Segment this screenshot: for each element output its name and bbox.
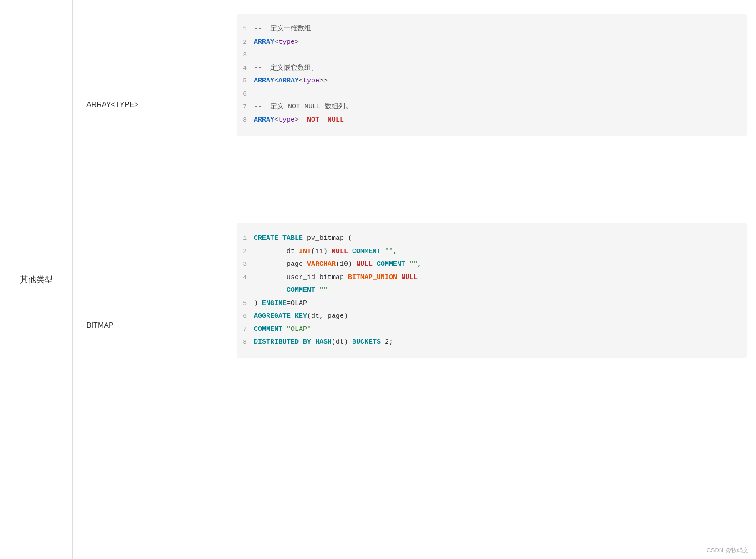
kw-comment-3: COMMENT xyxy=(377,260,405,268)
code-cell-bitmap: 1 CREATE TABLE pv_bitmap ( 2 dt INT(11) … xyxy=(227,209,756,442)
equals-olap: =OLAP xyxy=(287,300,307,307)
line-num-3: 3 xyxy=(241,50,254,61)
bitmap-lnum-6: 6 xyxy=(241,311,254,322)
bitmap-line-5: 5 ) ENGINE=OLAP xyxy=(241,297,742,310)
line-num-1: 1 xyxy=(241,24,254,35)
kw-array-8: ARRAY xyxy=(254,116,274,124)
col-userid: user_id bitmap xyxy=(287,274,348,281)
bracket-8a: < xyxy=(274,116,278,124)
val-comment-7: "OLAP" xyxy=(282,325,311,333)
bitmap-lnum-7: 7 xyxy=(241,324,254,335)
cn-comment-1: 定义一维数组。 xyxy=(270,25,318,33)
bitmap-code-4a: user_id bitmap BITMAP_UNION NULL xyxy=(254,271,418,285)
code-line-2: 2 ARRAY<type> xyxy=(241,36,742,49)
bracket-5a: < xyxy=(274,77,278,85)
close-paren: ) xyxy=(254,300,262,307)
val-comment-2: "", xyxy=(381,248,397,255)
code-line-3: 3 xyxy=(241,49,742,62)
kw-int: INT xyxy=(299,248,311,255)
kw-null-4: NULL xyxy=(401,274,418,281)
bitmap-line-4b: COMMENT "" xyxy=(241,284,742,297)
kw-type-8: type xyxy=(278,116,295,124)
kw-array-1: ARRAY xyxy=(254,38,274,46)
varchar-size: (10) xyxy=(336,260,356,268)
kw-varchar: VARCHAR xyxy=(307,260,336,268)
line-num-6: 6 xyxy=(241,89,254,100)
bitmap-lnum-8: 8 xyxy=(241,337,254,348)
bitmap-lnum-1: 1 xyxy=(241,233,254,244)
agg-cols: (dt, page) xyxy=(307,312,348,320)
code-block-bitmap: 1 CREATE TABLE pv_bitmap ( 2 dt INT(11) … xyxy=(237,223,747,358)
watermark: CSDN @牧码文 xyxy=(706,546,749,554)
kw-null-3: NULL xyxy=(356,260,373,268)
kw-not-8: NOT xyxy=(303,116,319,124)
name-cell-array: ARRAY<TYPE> xyxy=(73,0,227,209)
code-text-6 xyxy=(254,88,258,101)
name-column: ARRAY<TYPE> BITMAP xyxy=(73,0,227,559)
kw-type-1: type xyxy=(278,38,295,46)
space-4 xyxy=(397,274,401,281)
bitmap-code-7: COMMENT "OLAP" xyxy=(254,323,311,336)
bitmap-lnum-5: 5 xyxy=(241,298,254,310)
bitmap-code-6: AGGREGATE KEY(dt, page) xyxy=(254,310,348,323)
kw-null-8: NULL xyxy=(323,116,344,124)
bitmap-code-4b: COMMENT "" xyxy=(254,284,328,297)
kw-bitmap-union: BITMAP_UNION xyxy=(348,274,397,281)
code-cell-array: 1 -- 定义一维数组。 2 ARRAY<type> 3 4 xyxy=(227,0,756,209)
type-name-array: ARRAY<TYPE> xyxy=(86,101,138,109)
kw-null-2: NULL xyxy=(332,248,348,255)
code-line-5: 5 ARRAY<ARRAY<type>> xyxy=(241,75,742,88)
bitmap-code-8: DISTRIBUTED BY HASH(dt) BUCKETS 2; xyxy=(254,336,393,349)
bracket-lt-1: < xyxy=(274,38,278,46)
bracket-gt-1: > xyxy=(295,38,299,46)
bitmap-line-4a: 4 user_id bitmap BITMAP_UNION NULL xyxy=(241,271,742,285)
bitmap-line-3: 3 page VARCHAR(10) NULL COMMENT "", xyxy=(241,258,742,271)
code-text-1: -- 定义一维数组。 xyxy=(254,23,318,36)
tbl-name: pv_bitmap ( xyxy=(307,234,352,242)
col-page: page xyxy=(287,260,307,268)
bitmap-line-7: 7 COMMENT "OLAP" xyxy=(241,323,742,336)
code-line-1: 1 -- 定义一维数组。 xyxy=(241,23,742,36)
cn-comment-4: 定义嵌套数组。 xyxy=(270,64,318,72)
comment-1: -- xyxy=(254,25,270,33)
page-container: 其他类型 ARRAY<TYPE> BITMAP 1 -- 定义一维数组。 2 xyxy=(0,0,756,559)
kw-comment-2: COMMENT xyxy=(352,248,381,255)
code-text-4: -- 定义嵌套数组。 xyxy=(254,62,318,75)
bitmap-line-6: 6 AGGREGATE KEY(dt, page) xyxy=(241,310,742,323)
buckets-val: 2; xyxy=(381,338,393,346)
name-cell-bitmap: BITMAP xyxy=(73,209,227,442)
code-line-4: 4 -- 定义嵌套数组。 xyxy=(241,62,742,75)
bitmap-lnum-2: 2 xyxy=(241,246,254,258)
code-line-6: 6 xyxy=(241,88,742,101)
code-text-5: ARRAY<ARRAY<type>> xyxy=(254,75,328,88)
val-comment-3: "", xyxy=(405,260,422,268)
col-dt: dt xyxy=(287,248,299,255)
category-label: 其他类型 xyxy=(20,274,53,285)
line-num-2: 2 xyxy=(241,37,254,48)
comment-7: -- xyxy=(254,103,270,111)
comment-4: -- xyxy=(254,64,270,72)
kw-comment-7: COMMENT xyxy=(254,325,282,333)
line-num-8: 8 xyxy=(241,115,254,126)
kw-array-5b: ARRAY xyxy=(278,77,299,85)
bitmap-lnum-3: 3 xyxy=(241,259,254,270)
int-size: (11) xyxy=(311,248,332,255)
kw-engine: ENGINE xyxy=(262,300,287,307)
space-2 xyxy=(348,248,352,255)
bitmap-line-2: 2 dt INT(11) NULL COMMENT "", xyxy=(241,245,742,259)
cn-comment-7: 定义 NOT NULL 数组列。 xyxy=(270,103,352,111)
line-num-7: 7 xyxy=(241,102,254,113)
bitmap-code-1: CREATE TABLE pv_bitmap ( xyxy=(254,232,352,245)
kw-create: CREATE TABLE xyxy=(254,234,303,242)
kw-array-5a: ARRAY xyxy=(254,77,274,85)
bitmap-code-2: dt INT(11) NULL COMMENT "", xyxy=(254,245,397,259)
bitmap-lnum-4b xyxy=(241,285,254,296)
bitmap-line-1: 1 CREATE TABLE pv_bitmap ( xyxy=(241,232,742,245)
kw-distributed: DISTRIBUTED BY HASH xyxy=(254,338,332,346)
kw-comment-4b: COMMENT xyxy=(287,286,315,294)
code-line-7: 7 -- 定义 NOT NULL 数组列。 xyxy=(241,101,742,114)
code-line-8: 8 ARRAY<type> NOT NULL xyxy=(241,114,742,127)
code-block-array: 1 -- 定义一维数组。 2 ARRAY<type> 3 4 xyxy=(237,14,747,136)
bitmap-code-5: ) ENGINE=OLAP xyxy=(254,297,307,310)
bitmap-lnum-4: 4 xyxy=(241,272,254,284)
